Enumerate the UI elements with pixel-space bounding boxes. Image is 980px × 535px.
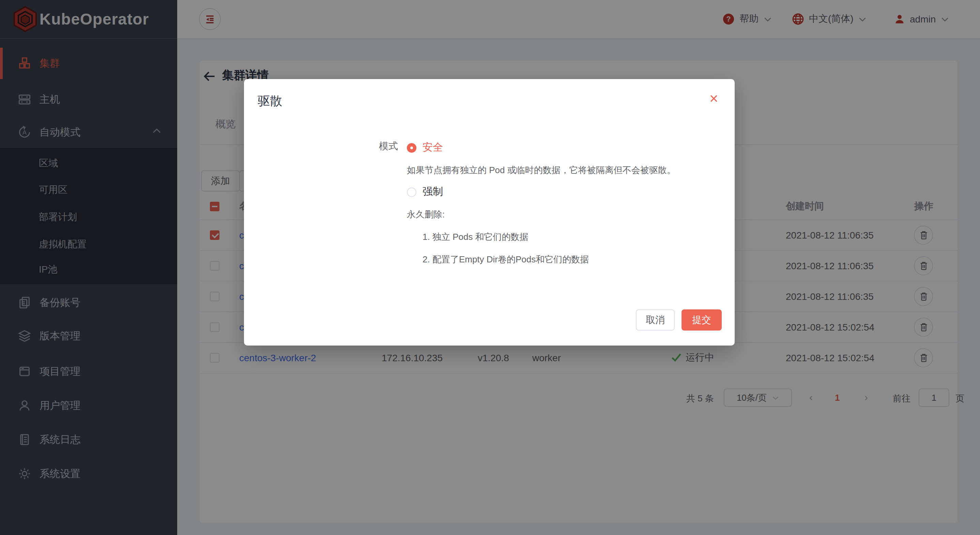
drain-dialog: 驱散 × 模式 安全 如果节点拥有独立的 Pod 或临时的数据，它将被隔离但不会…	[244, 79, 735, 346]
radio-label-force: 强制	[423, 185, 443, 198]
radio-option-force[interactable]: 强制	[407, 185, 443, 198]
close-icon[interactable]: ×	[710, 91, 718, 106]
radio-unselected-icon	[407, 187, 417, 197]
force-note: 永久删除:	[407, 209, 445, 221]
app-root: KubeOperator 集群 主机	[0, 0, 980, 535]
radio-label-safe: 安全	[423, 141, 443, 154]
mode-label: 模式	[339, 140, 398, 153]
dialog-title: 驱散	[258, 93, 282, 109]
force-item-1: 1. 独立 Pods 和它们的数据	[423, 231, 528, 243]
force-item-2: 2. 配置了Empty Dir卷的Pods和它们的数据	[423, 253, 589, 266]
submit-button[interactable]: 提交	[681, 309, 722, 331]
radio-option-safe[interactable]: 安全	[407, 141, 443, 154]
radio-selected-icon	[407, 143, 417, 152]
cancel-button[interactable]: 取消	[636, 309, 675, 331]
safe-mode-description: 如果节点拥有独立的 Pod 或临时的数据，它将被隔离但不会被驱散。	[407, 164, 676, 177]
